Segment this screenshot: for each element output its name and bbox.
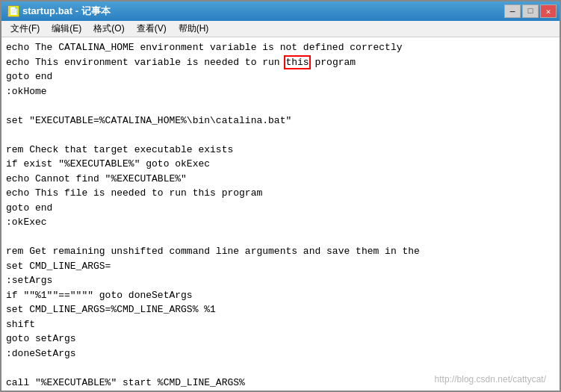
editor-content[interactable]: echo The CATALINA_HOME environment varia… [1,37,560,391]
menu-format[interactable]: 格式(O) [87,21,130,37]
maximize-button[interactable]: □ [522,4,539,18]
close-button[interactable]: ✕ [540,4,557,18]
menu-edit[interactable]: 编辑(E) [46,21,87,37]
menu-help[interactable]: 帮助(H) [173,21,215,37]
notepad-window: 📄 startup.bat - 记事本 — □ ✕ 文件(F) 编辑(E) 格式… [0,0,561,392]
app-icon: 📄 [7,5,19,17]
window-title: startup.bat - 记事本 [22,4,111,18]
minimize-button[interactable]: — [504,4,521,18]
window-controls: — □ ✕ [504,4,557,18]
title-bar: 📄 startup.bat - 记事本 — □ ✕ [1,1,560,21]
title-bar-left: 📄 startup.bat - 记事本 [7,4,111,18]
menu-file[interactable]: 文件(F) [4,21,46,37]
menu-bar: 文件(F) 编辑(E) 格式(O) 查看(V) 帮助(H) [1,21,560,37]
menu-view[interactable]: 查看(V) [131,21,173,37]
highlighted-this: this [285,57,309,68]
editor-area: echo The CATALINA_HOME environment varia… [1,37,560,391]
